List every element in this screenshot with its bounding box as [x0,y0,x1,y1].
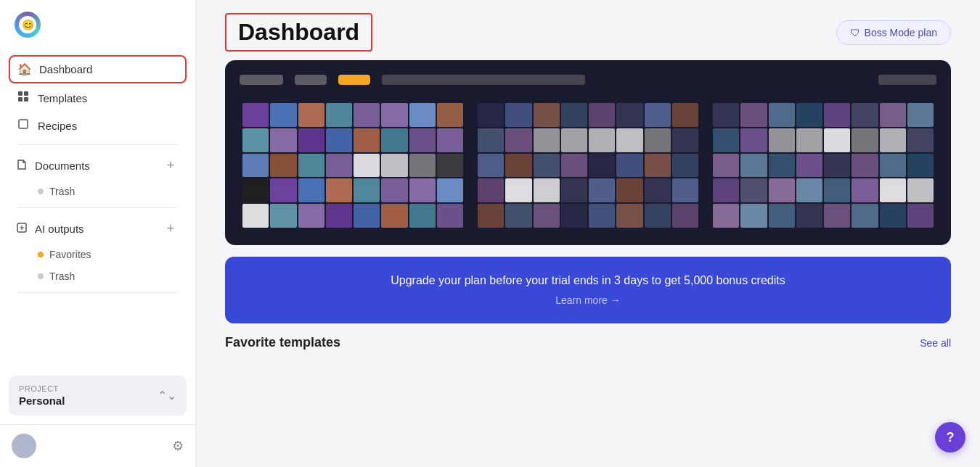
project-name: Personal [19,394,65,407]
sidebar-item-recipes-label: Recipes [38,120,77,132]
home-icon: 🏠 [17,62,32,76]
sidebar-item-templates[interactable]: Templates [9,85,187,111]
sidebar-item-templates-label: Templates [38,92,87,104]
svg-rect-2 [18,97,23,102]
boss-mode-label: Boss Mode plan [865,27,937,38]
ai-outputs-section-toggle[interactable]: AI outputs [16,222,84,236]
sidebar-footer: ⚙ [0,424,195,467]
project-selector[interactable]: PROJECT Personal ⌃⌄ [9,376,187,416]
page-title-box: Dashboard [225,13,372,51]
svg-rect-1 [24,91,28,96]
ai-outputs-section-header: AI outputs + [9,214,187,243]
sidebar-item-dashboard-label: Dashboard [39,63,92,75]
hero-pill-gray-2 [295,75,327,85]
help-icon: ? [947,430,955,445]
favorites-label: Favorites [49,249,91,260]
project-label: PROJECT [19,384,65,393]
main-body: Upgrade your plan before your trial ends… [196,60,980,467]
hero-col-1 [240,100,466,231]
sidebar-item-recipes[interactable]: Recipes [9,112,187,139]
hero-pill-yellow [338,75,370,85]
app-logo[interactable]: 😊 [15,12,41,38]
svg-rect-4 [19,120,28,128]
ai-outputs-icon [16,222,28,236]
documents-section-header: Documents + [9,151,187,180]
hero-top-bar [240,75,936,85]
ai-outputs-label: AI outputs [35,223,84,235]
divider-3 [17,292,178,293]
hero-banner [225,60,951,245]
hero-col-3 [710,100,936,231]
docs-trash-dot [38,189,44,194]
docs-trash-label: Trash [49,186,75,197]
recipes-icon [16,118,30,133]
hero-content-area [240,100,936,231]
main-header: Dashboard 🛡 Boss Mode plan [196,0,980,60]
help-button[interactable]: ? [935,422,965,452]
project-info: PROJECT Personal [19,384,65,407]
upgrade-banner: Upgrade your plan before your trial ends… [225,257,951,323]
favorite-templates-section-header: Favorite templates See all [225,335,951,350]
sidebar-navigation: 🏠 Dashboard Templates Recipes [0,49,195,367]
documents-section-toggle[interactable]: Documents [16,159,90,173]
page-title: Dashboard [238,19,359,46]
divider-2 [17,207,178,208]
hero-pill-gray-1 [240,75,283,85]
svg-rect-3 [24,97,28,102]
settings-icon[interactable]: ⚙ [172,438,184,454]
project-chevron-icon: ⌃⌄ [158,389,176,402]
shield-icon: 🛡 [850,27,860,38]
sidebar-item-ai-trash[interactable]: Trash [9,266,187,286]
boss-mode-button[interactable]: 🛡 Boss Mode plan [836,20,951,45]
ai-trash-label: Trash [49,270,75,282]
sidebar: 😊 🏠 Dashboard Templates [0,0,196,467]
sidebar-item-dashboard[interactable]: 🏠 Dashboard [9,55,187,83]
logo-area: 😊 [0,0,195,49]
hero-pill-gray-3 [382,75,585,85]
sidebar-item-docs-trash[interactable]: Trash [9,181,187,202]
document-icon [16,159,28,173]
divider-1 [17,144,178,145]
user-avatar[interactable] [12,434,36,458]
documents-add-button[interactable]: + [162,157,179,174]
upgrade-text: Upgrade your plan before your trial ends… [242,274,934,287]
hero-pill-gray-4 [878,75,936,85]
svg-rect-0 [18,91,23,96]
favorites-dot [38,252,44,257]
sidebar-item-favorites[interactable]: Favorites [9,244,187,265]
ai-trash-dot [38,273,44,279]
favorite-templates-title: Favorite templates [225,335,340,350]
templates-icon [16,91,30,105]
learn-more-link[interactable]: Learn more → [242,294,934,306]
hero-col-2 [475,100,701,231]
documents-label: Documents [35,160,90,172]
see-all-link[interactable]: See all [920,337,951,349]
logo-face-icon: 😊 [22,19,34,30]
ai-outputs-add-button[interactable]: + [162,220,179,237]
main-content: Dashboard 🛡 Boss Mode plan [196,0,980,467]
